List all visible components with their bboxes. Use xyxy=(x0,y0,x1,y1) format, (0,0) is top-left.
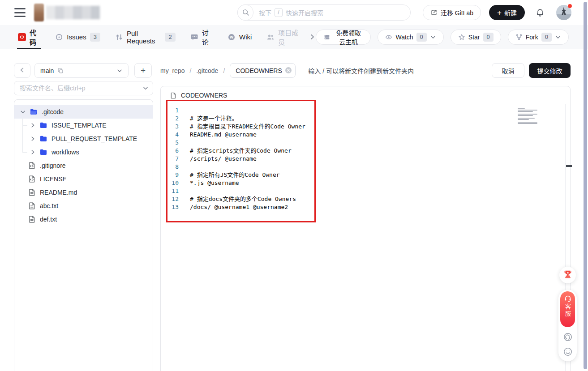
tab-label: 项目成员 xyxy=(278,28,301,47)
code-line-9[interactable]: 9# 指定所有JS文件的Code Owner xyxy=(161,171,570,179)
site-logo[interactable] xyxy=(34,4,100,21)
line-text: /scripts/ @username xyxy=(190,155,257,163)
project-tabs: 代码Issues3Pull Requests2讨论WWiki项目成员 xyxy=(18,25,301,49)
tree-item-label: ISSUE_TEMPLATE xyxy=(52,122,107,129)
chevron-right-icon[interactable] xyxy=(30,122,36,128)
headset-icon xyxy=(564,294,572,303)
tree-item-def.txt[interactable]: def.txt xyxy=(14,213,153,226)
aperture-icon[interactable] xyxy=(563,332,573,342)
breadcrumb-repo[interactable]: my_repo xyxy=(160,67,185,74)
line-number: 6 xyxy=(161,147,179,155)
notification-bell-icon[interactable] xyxy=(536,8,545,17)
copy-icon[interactable] xyxy=(57,68,64,74)
tab-code[interactable]: 代码 xyxy=(18,25,40,49)
code-line-6[interactable]: 6# 指定scripts文件夹的Code Owner xyxy=(161,147,570,155)
tab-pull-requests[interactable]: Pull Requests2 xyxy=(115,25,176,49)
file-tree: .gitcodeISSUE_TEMPLATEPULL_REQUEST_TEMPL… xyxy=(14,100,153,226)
cancel-button[interactable]: 取消 xyxy=(492,63,524,78)
line-number: 1 xyxy=(161,107,179,115)
code-file-icon xyxy=(28,162,36,170)
scrollbar-position-marker xyxy=(566,165,572,167)
action-badge: 0 xyxy=(541,33,552,42)
editor-file-tab[interactable]: CODEOWNERS xyxy=(161,86,570,104)
filename-hint: 输入 / 可以将新文件创建到新文件夹内 xyxy=(308,66,414,75)
chat-icon xyxy=(190,33,198,41)
chevron-right-icon[interactable] xyxy=(30,149,36,155)
add-file-button[interactable]: + xyxy=(134,63,152,78)
logo-mascot-blurred xyxy=(34,4,44,21)
commit-button[interactable]: 提交修改 xyxy=(529,63,571,78)
trophy-widget-button[interactable] xyxy=(559,267,576,283)
line-number: 9 xyxy=(161,171,179,179)
tree-item-label: .gitignore xyxy=(40,162,66,169)
tab-label: 讨论 xyxy=(202,28,213,47)
code-line-1[interactable]: 1 xyxy=(161,107,570,115)
tab-label: 代码 xyxy=(30,28,40,47)
folder-icon xyxy=(39,148,47,156)
breadcrumb-folder[interactable]: .gitcode xyxy=(196,67,218,74)
chevron-right-icon[interactable] xyxy=(30,136,36,142)
code-line-8[interactable]: 8 xyxy=(161,163,570,171)
menu-icon[interactable] xyxy=(14,8,26,17)
chevron-down-icon[interactable] xyxy=(142,85,149,91)
code-line-7[interactable]: 7/scripts/ @username xyxy=(161,155,570,163)
editor-minimap[interactable] xyxy=(518,107,538,124)
line-number: 4 xyxy=(161,131,179,139)
code-line-5[interactable]: 5 xyxy=(161,139,570,147)
chevron-down-icon[interactable] xyxy=(20,109,26,115)
free-cloud-host-button[interactable]: 免费领取云主机 xyxy=(316,30,371,45)
tab-label: Issues xyxy=(67,33,86,41)
tree-item-PULL_REQUEST_TEMPLATE[interactable]: PULL_REQUEST_TEMPLATE xyxy=(14,132,153,145)
watch-button[interactable]: Watch0 xyxy=(378,30,443,45)
branch-name: main xyxy=(40,67,54,74)
tree-item-.gitignore[interactable]: .gitignore xyxy=(14,159,153,172)
code-line-12[interactable]: 12# 指定docs文件夹的多个Code Owners xyxy=(161,195,570,203)
code-line-11[interactable]: 11 xyxy=(161,187,570,195)
fork-button[interactable]: Fork0 xyxy=(508,30,569,45)
repo-action-buttons: 免费领取云主机Watch0Star0Fork0 xyxy=(316,30,569,45)
page-scrollbar[interactable] xyxy=(584,2,587,369)
global-search-input[interactable]: 按下 / 快速开启搜索 xyxy=(237,4,411,21)
new-button[interactable]: + 新建 xyxy=(489,5,525,20)
tree-item-workflows[interactable]: workflows xyxy=(14,145,153,159)
tab-issues[interactable]: Issues3 xyxy=(55,25,100,49)
file-search-input[interactable] xyxy=(14,81,153,95)
code-line-10[interactable]: 10*.js @username xyxy=(161,179,570,187)
branch-selector[interactable]: main xyxy=(34,63,129,78)
editor-file-name: CODEOWNERS xyxy=(181,92,227,99)
navbar-right: 迁移 GitLab + 新建 xyxy=(423,5,571,20)
code-editor[interactable]: 12# 这是一个注释。3# 指定根目录下README文件的Code Owner4… xyxy=(161,104,570,371)
code-line-2[interactable]: 2# 这是一个注释。 xyxy=(161,115,570,123)
line-text: # 指定所有JS文件的Code Owner xyxy=(190,171,280,179)
action-label: Star xyxy=(468,34,480,41)
tab-wiki[interactable]: WWiki xyxy=(227,25,252,49)
line-text: # 这是一个注释。 xyxy=(190,115,238,123)
tree-item-.gitcode[interactable]: .gitcode xyxy=(14,105,153,119)
tab-discussions[interactable]: 讨论 xyxy=(190,25,213,49)
slash-keycap: / xyxy=(275,8,283,17)
line-number: 5 xyxy=(161,139,179,147)
line-number: 13 xyxy=(161,203,179,211)
tab-members[interactable]: 项目成员 xyxy=(266,25,301,49)
customer-service-button[interactable]: 客服 xyxy=(560,291,575,327)
tabs-more-chevron-icon[interactable] xyxy=(309,33,316,41)
user-avatar[interactable] xyxy=(556,5,571,20)
back-button[interactable] xyxy=(14,63,30,78)
folder-open-icon xyxy=(30,108,38,116)
pr-icon xyxy=(115,33,123,41)
editor-panel: CODEOWNERS 12# 这是一个注释。3# 指定根目录下README文件的… xyxy=(160,86,571,371)
chevron-down-icon xyxy=(430,34,436,40)
migrate-gitlab-button[interactable]: 迁移 GitLab xyxy=(423,5,481,20)
star-button[interactable]: Star0 xyxy=(451,30,501,45)
tree-item-LICENSE[interactable]: LICENSE xyxy=(14,172,153,186)
tree-item-ISSUE_TEMPLATE[interactable]: ISSUE_TEMPLATE xyxy=(14,119,153,132)
code-line-13[interactable]: 13/docs/ @username1 @username2 xyxy=(161,203,570,211)
code-line-3[interactable]: 3# 指定根目录下README文件的Code Owner xyxy=(161,123,570,131)
tree-item-abc.txt[interactable]: abc.txt xyxy=(14,199,153,213)
tree-item-README.md[interactable]: README.md xyxy=(14,186,153,199)
clear-icon[interactable] xyxy=(285,67,292,74)
chevron-down-icon xyxy=(116,68,123,74)
search-icon xyxy=(237,4,253,21)
code-line-4[interactable]: 4README.md @username xyxy=(161,131,570,139)
smiley-feedback-icon[interactable] xyxy=(563,347,573,357)
